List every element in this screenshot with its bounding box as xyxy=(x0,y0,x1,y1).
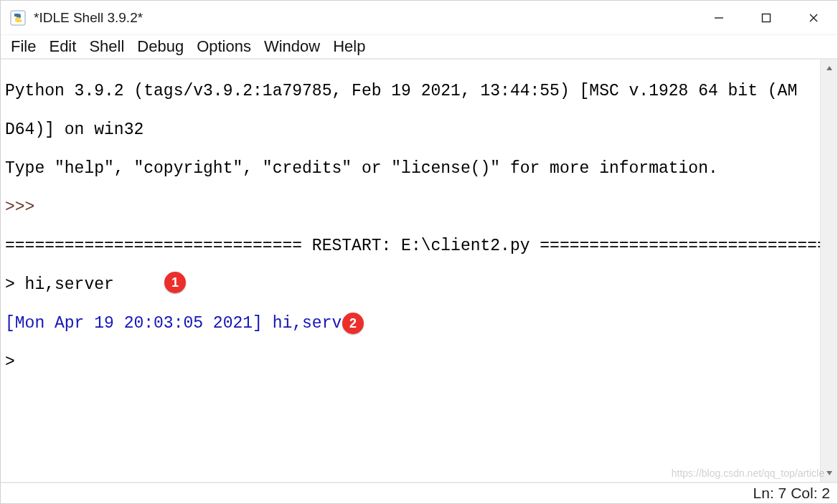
menu-debug[interactable]: Debug xyxy=(131,36,189,57)
menu-help[interactable]: Help xyxy=(327,36,371,57)
cursor-position: Ln: 7 Col: 2 xyxy=(753,485,830,502)
maximize-button[interactable] xyxy=(743,1,790,34)
menubar: File Edit Shell Debug Options Window Hel… xyxy=(1,35,837,60)
next-prompt-line: > xyxy=(5,353,816,372)
scroll-track[interactable] xyxy=(821,77,837,465)
menu-file[interactable]: File xyxy=(5,36,42,57)
svg-rect-2 xyxy=(763,14,771,22)
close-button[interactable] xyxy=(790,1,837,34)
server-reply-line: [Mon Apr 19 20:03:05 2021] hi,server2 xyxy=(5,314,816,333)
annotation-badge-2: 2 xyxy=(342,313,364,334)
menu-window[interactable]: Window xyxy=(258,36,326,57)
menu-shell[interactable]: Shell xyxy=(83,36,130,57)
input-prefix: > xyxy=(5,275,25,294)
prompt-line: >>> xyxy=(5,198,816,217)
vertical-scrollbar[interactable] xyxy=(820,60,837,482)
python-idle-icon xyxy=(9,9,27,27)
prompt: >>> xyxy=(5,198,34,217)
restart-line: ============================== RESTART: … xyxy=(5,237,816,256)
next-prompt: > xyxy=(5,353,15,371)
window-title: *IDLE Shell 3.9.2* xyxy=(34,10,143,26)
menu-edit[interactable]: Edit xyxy=(43,36,82,57)
scroll-down-button[interactable] xyxy=(821,465,837,482)
titlebar: *IDLE Shell 3.9.2* xyxy=(1,1,837,35)
minimize-button[interactable] xyxy=(695,1,743,34)
server-reply-text: [Mon Apr 19 20:03:05 2021] hi,server xyxy=(5,314,362,333)
window-controls xyxy=(695,1,837,34)
banner-line: Python 3.9.2 (tags/v3.9.2:1a79785, Feb 1… xyxy=(5,82,816,101)
scroll-up-button[interactable] xyxy=(821,60,837,77)
user-input-text: hi,server xyxy=(25,275,114,294)
shell-text[interactable]: Python 3.9.2 (tags/v3.9.2:1a79785, Feb 1… xyxy=(1,60,820,482)
svg-marker-5 xyxy=(827,66,832,70)
editor-area: Python 3.9.2 (tags/v3.9.2:1a79785, Feb 1… xyxy=(1,60,837,482)
annotation-badge-1: 1 xyxy=(164,272,186,293)
svg-marker-6 xyxy=(827,471,832,475)
user-input-line: > hi,server1 xyxy=(5,275,816,295)
banner-line: D64)] on win32 xyxy=(5,120,816,140)
banner-line: Type "help", "copyright", "credits" or "… xyxy=(5,159,816,179)
statusbar: Ln: 7 Col: 2 xyxy=(1,482,837,503)
menu-options[interactable]: Options xyxy=(191,36,257,57)
